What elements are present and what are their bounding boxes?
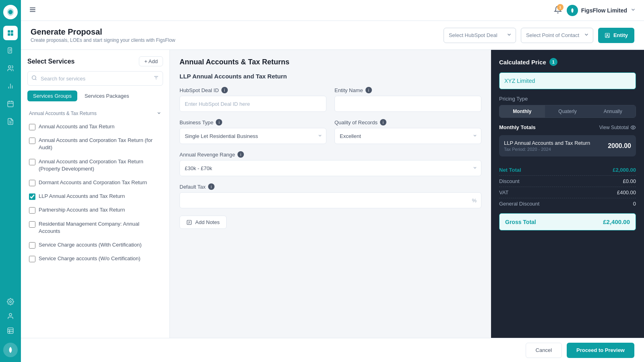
service-checkbox-9[interactable] <box>29 256 35 262</box>
price-line-card: LLP Annual Accounts and Tax Return Tax P… <box>499 135 636 156</box>
revenue-select[interactable]: £30k - £70k <box>180 160 481 176</box>
service-checkbox-7[interactable] <box>29 221 35 228</box>
view-subtotal-button[interactable]: View Subtotal <box>599 125 636 130</box>
brand-name-text: FigsFlow Limited <box>581 7 627 14</box>
list-item[interactable]: Annual Accounts and Tax Return <box>27 120 163 134</box>
service-checkbox-2[interactable] <box>29 138 35 144</box>
contact-select[interactable]: Select Point of Contact <box>521 28 593 43</box>
list-item[interactable]: Partnership Accounts and Tax Return <box>27 203 163 217</box>
icon-sidebar <box>0 0 21 362</box>
svg-point-8 <box>8 66 11 68</box>
price-panel: Calculated Price 1 XYZ Limited Pricing T… <box>491 50 644 338</box>
gross-total-label: Gross Total <box>505 219 536 225</box>
list-item[interactable]: Service Charge accounts (W/o Certificati… <box>27 252 163 265</box>
quality-info-icon[interactable]: i <box>380 119 386 125</box>
service-checkbox-6[interactable] <box>29 207 35 214</box>
svg-point-38 <box>632 127 634 128</box>
filter-icon[interactable] <box>153 75 159 82</box>
brand-logo <box>567 5 578 16</box>
entity-name-input[interactable]: XYZ Limited <box>334 96 481 112</box>
footer-brand-icon <box>3 343 18 357</box>
quality-select[interactable]: Excellent <box>334 128 481 144</box>
price-line-amount: 2000.00 <box>608 142 631 150</box>
svg-rect-2 <box>8 33 10 36</box>
svg-rect-20 <box>8 328 13 333</box>
service-checkbox-4[interactable] <box>29 180 35 186</box>
services-group-header[interactable]: Annual Accounts & Tax Returns <box>27 107 163 120</box>
pricing-type-label: Pricing Type <box>499 96 636 102</box>
price-panel-title: Calculated Price <box>499 59 546 66</box>
sidebar-item-reports[interactable] <box>3 114 18 129</box>
general-discount-label: General Discount <box>499 201 539 207</box>
net-total-value: £2,000.00 <box>613 167 636 173</box>
list-item[interactable]: Annual Accounts and Corporation Tax Retu… <box>27 155 163 176</box>
tab-annually[interactable]: Annually <box>590 105 636 117</box>
svg-point-28 <box>607 34 608 36</box>
service-checkbox-1[interactable] <box>29 124 35 130</box>
tab-services-packages[interactable]: Services Packages <box>79 90 135 101</box>
service-checkbox-5[interactable] <box>29 193 35 200</box>
business-type-select[interactable]: Single Let Residential Business <box>180 128 326 144</box>
services-group-name: Annual Accounts & Tax Returns <box>29 111 97 116</box>
revenue-info-icon[interactable]: i <box>237 151 244 158</box>
notification-button[interactable]: 1 <box>554 6 562 15</box>
hubspot-deal-select[interactable]: Select HubSpot Deal <box>444 28 516 43</box>
tab-monthly[interactable]: Monthly <box>500 105 545 117</box>
gross-total-box: Gross Total £2,400.00 <box>499 213 636 230</box>
list-item[interactable]: Residential Management Company: Annual A… <box>27 217 163 238</box>
entity-name-info-icon[interactable]: i <box>365 87 372 93</box>
discount-value: £0.00 <box>623 178 636 184</box>
app-logo[interactable] <box>3 5 18 19</box>
hamburger-icon[interactable] <box>29 6 36 14</box>
sidebar-item-settings[interactable] <box>3 294 18 309</box>
discount-label: Discount <box>499 178 520 184</box>
sidebar-item-calendar[interactable] <box>3 97 18 111</box>
entity-button[interactable]: Entity <box>598 28 634 43</box>
list-item[interactable]: Service Charge accounts (With Certificat… <box>27 238 163 252</box>
svg-rect-12 <box>8 101 13 107</box>
search-bar <box>27 71 163 86</box>
cancel-button[interactable]: Cancel <box>526 343 562 358</box>
sidebar-item-analytics[interactable] <box>3 79 18 93</box>
page-header: Generate Proposal Create proposals, LOEs… <box>21 21 644 50</box>
proceed-button[interactable]: Proceed to Preview <box>567 343 634 358</box>
svg-rect-1 <box>11 30 13 33</box>
tax-info-icon[interactable]: i <box>208 183 215 190</box>
calc-subtitle: LLP Annual Accounts and Tax Return <box>180 73 481 80</box>
price-service-name: LLP Annual Accounts and Tax Return <box>504 140 590 146</box>
add-notes-button[interactable]: Add Notes <box>180 216 227 229</box>
services-group-chevron-icon <box>157 110 161 117</box>
sidebar-item-users[interactable] <box>3 61 18 76</box>
svg-rect-3 <box>11 33 13 36</box>
brand-area[interactable]: FigsFlow Limited <box>567 5 636 16</box>
list-item[interactable]: Annual Accounts and Corporation Tax Retu… <box>27 134 163 154</box>
contact-select-wrapper: Select Point of Contact <box>521 28 593 43</box>
vat-row: VAT £400.00 <box>499 187 636 198</box>
hubspot-id-input[interactable] <box>180 96 326 112</box>
service-checkbox-3[interactable] <box>29 159 35 165</box>
tab-services-groups[interactable]: Services Groups <box>27 90 77 101</box>
add-notes-label: Add Notes <box>195 219 220 225</box>
net-total-row: Net Total £2,000.00 <box>499 165 636 176</box>
list-item[interactable]: Dormant Accounts and Corporation Tax Ret… <box>27 176 163 189</box>
list-item[interactable]: LLP Annual Accounts and Tax Return <box>27 189 163 203</box>
tab-quarterly[interactable]: Quaterly <box>545 105 590 117</box>
sidebar-item-docs[interactable] <box>3 43 18 58</box>
hubspot-info-icon[interactable]: i <box>221 87 228 93</box>
entity-button-label: Entity <box>613 32 628 38</box>
gross-total-value: £2,400.00 <box>603 218 630 225</box>
general-discount-value: 0 <box>633 201 636 207</box>
calculations-area: Annual Accounts & Tax Returns LLP Annual… <box>170 50 491 338</box>
sidebar-item-dashboard[interactable] <box>3 26 18 40</box>
svg-point-19 <box>9 313 12 316</box>
search-input[interactable] <box>27 71 163 86</box>
page-title: Generate Proposal <box>31 27 437 37</box>
sidebar-item-table[interactable] <box>3 323 18 338</box>
tax-label: Default Tax <box>180 184 206 190</box>
monthly-totals-label: Monthly Totals <box>499 124 536 130</box>
business-type-info-icon[interactable]: i <box>216 119 222 125</box>
sidebar-item-profile[interactable] <box>3 309 18 323</box>
tax-input[interactable]: 20 <box>180 192 481 208</box>
add-service-button[interactable]: + Add <box>139 56 163 66</box>
service-checkbox-8[interactable] <box>29 242 35 249</box>
